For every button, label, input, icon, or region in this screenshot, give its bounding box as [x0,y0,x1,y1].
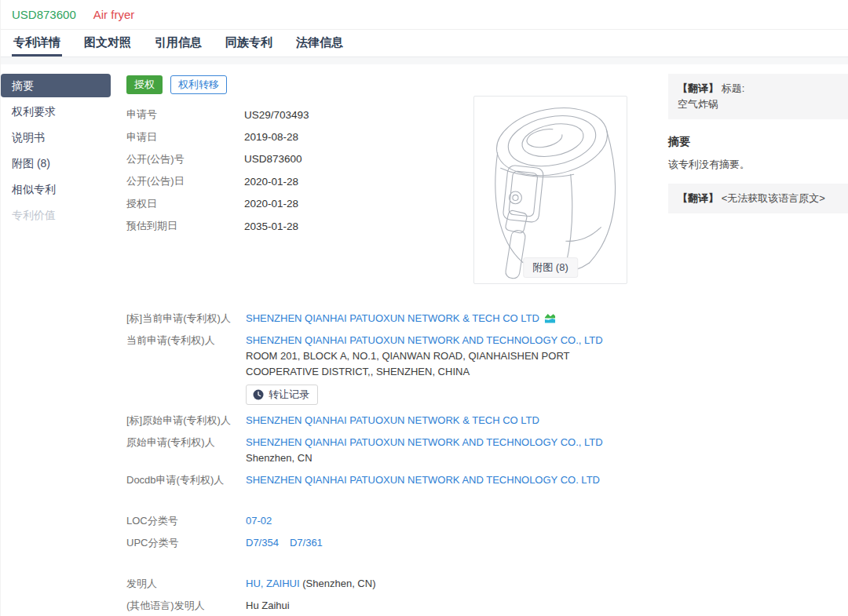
field-label: 原始申请(专利权)人 [126,435,246,466]
other-language-inventor: Hu Zaihui [246,598,645,614]
applicant-info-block: [标]当前申请(专利权)人 SHENZHEN QIANHAI PATUOXUN … [126,311,645,614]
translation-tag: 【翻译】 [678,192,718,204]
field-value: 2020-01-28 [244,176,298,188]
field-label: 申请日 [126,130,244,144]
field-label: UPC分类号 [126,535,246,551]
translated-title-label: 标题: [722,82,745,94]
table-row: 预估到期日2035-01-28 [126,215,309,237]
no-original-text: <无法获取该语言原文> [722,192,825,204]
table-row: 发明人 HU, ZAIHUI (Shenzhen, CN) [126,576,645,592]
patent-detail-page: USD873600 Air fryer 专利详情 图文对照 引用信息 同族专利 … [0,0,848,616]
translation-panel: 【翻译】 标题: 空气炸锅 摘要 该专利没有摘要。 【翻译】 <无法获取该语言原… [668,74,848,213]
tab-legal-info[interactable]: 法律信息 [294,30,345,56]
loc-class-link[interactable]: 07-02 [246,515,272,527]
table-row: 当前申请(专利权)人 SHENZHEN QIANHAI PATUOXUN NET… [126,333,645,405]
table-row: Docdb申请(专利权)人 SHENZHEN QIANHAI PATUOXUN … [126,472,645,488]
section-divider-band [1,57,848,64]
tab-bar: 专利详情 图文对照 引用信息 同族专利 法律信息 [1,30,848,57]
sidebar-item-abstract[interactable]: 摘要 [1,74,111,97]
table-row: 申请日2019-08-28 [126,126,309,148]
field-value: US29/703493 [244,109,309,121]
patent-title: Air fryer [93,8,135,21]
translation-tag: 【翻译】 [678,82,718,94]
company-chart-icon[interactable] [544,312,556,324]
abstract-heading: 摘要 [668,135,848,149]
tab-patent-family[interactable]: 同族专利 [224,30,274,56]
field-label: [标]原始申请(专利权)人 [126,413,246,428]
figure-caption[interactable]: 附图 (8) [523,257,578,278]
table-row: 公开(公告)号USD873600 [126,148,309,170]
original-applicant-link[interactable]: SHENZHEN QIANHAI PATUOXUN NETWORK AND TE… [246,436,603,448]
table-row: LOC分类号 07-02 [126,513,645,529]
table-row: 申请号US29/703493 [126,104,309,126]
field-label: 预估到期日 [126,219,244,233]
section-sidebar: 摘要 权利要求 说明书 附图 (8) 相似专利 专利价值 [1,74,111,229]
field-label: 公开(公告)日 [126,174,244,188]
table-row: [标]当前申请(专利权)人 SHENZHEN QIANHAI PATUOXUN … [126,311,645,326]
sidebar-item-claims[interactable]: 权利要求 [1,100,111,123]
field-value: 2020-01-28 [244,198,298,210]
field-label: LOC分类号 [126,513,246,529]
docdb-applicant-link[interactable]: SHENZHEN QIANHAI PATUOXUN NETWORK AND TE… [246,474,600,486]
field-value: 2019-08-28 [244,131,298,143]
table-row: UPC分类号 D7/354D7/361 [126,535,645,551]
status-badges: 授权 权利转移 [126,75,227,94]
no-original-text-box: 【翻译】 <无法获取该语言原文> [668,184,848,213]
table-row: [标]原始申请(专利权)人 SHENZHEN QIANHAI PATUOXUN … [126,413,645,428]
field-label: (其他语言)发明人 [126,598,246,614]
sidebar-item-drawings[interactable]: 附图 (8) [1,151,111,175]
field-value: 2035-01-28 [244,221,298,232]
original-std-applicant-link[interactable]: SHENZHEN QIANHAI PATUOXUN NETWORK & TECH… [246,414,539,426]
inventor-location: (Shenzhen, CN) [302,578,375,589]
tab-patent-detail[interactable]: 专利详情 [12,30,62,56]
field-label: 授权日 [126,197,244,211]
title-row: USD873600 Air fryer [1,0,848,30]
tab-citation-info[interactable]: 引用信息 [153,30,203,56]
patent-number: USD873600 [12,8,76,21]
current-applicant-link[interactable]: SHENZHEN QIANHAI PATUOXUN NETWORK AND TE… [246,334,603,346]
field-label: 发明人 [126,576,246,592]
upc-class-link[interactable]: D7/361 [290,537,323,549]
translated-title-box: 【翻译】 标题: 空气炸锅 [668,74,848,119]
table-row: 授权日2020-01-28 [126,193,309,215]
translated-title-value: 空气炸锅 [678,97,839,112]
abstract-text: 该专利没有摘要。 [668,158,848,172]
original-applicant-address: Shenzhen, CN [246,450,591,466]
sidebar-item-description[interactable]: 说明书 [1,126,111,149]
table-row: (其他语言)发明人 Hu Zaihui [126,598,645,614]
field-label: 公开(公告)号 [126,152,244,166]
field-label: 当前申请(专利权)人 [126,333,246,405]
sidebar-item-patent-value: 专利价值 [1,203,111,227]
patent-drawing-thumbnail[interactable]: 附图 (8) [473,96,627,284]
transfer-record-label: 转让记录 [269,388,309,402]
field-label: 申请号 [126,108,244,122]
field-value: USD873600 [244,153,302,165]
clock-icon [253,389,264,400]
current-std-applicant-link[interactable]: SHENZHEN QIANHAI PATUOXUN NETWORK & TECH… [246,312,539,324]
sidebar-item-similar-patents[interactable]: 相似专利 [1,177,111,201]
granted-badge: 授权 [126,75,163,94]
bibliographic-table: 申请号US29/703493 申请日2019-08-28 公开(公告)号USD8… [126,104,309,237]
current-applicant-address: ROOM 201, BLOCK A, NO.1, QIANWAN ROAD, Q… [246,348,591,380]
rights-transfer-badge[interactable]: 权利转移 [170,75,227,94]
inventor-link[interactable]: HU, ZAIHUI [246,578,300,589]
transfer-record-button[interactable]: 转让记录 [246,385,318,405]
content-area: 摘要 权利要求 说明书 附图 (8) 相似专利 专利价值 授权 权利转移 申请号… [1,64,848,616]
field-label: [标]当前申请(专利权)人 [126,311,246,326]
upc-class-link[interactable]: D7/354 [246,537,279,549]
tab-image-text-compare[interactable]: 图文对照 [82,30,133,56]
air-fryer-line-drawing [474,97,627,283]
field-label: Docdb申请(专利权)人 [126,472,246,488]
table-row: 公开(公告)日2020-01-28 [126,170,309,192]
table-row: 原始申请(专利权)人 SHENZHEN QIANHAI PATUOXUN NET… [126,435,645,466]
